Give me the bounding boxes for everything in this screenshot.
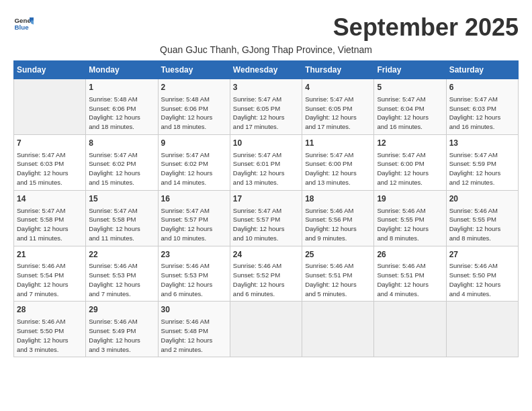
day-number: 11	[305, 138, 371, 149]
calendar-cell	[14, 79, 86, 135]
calendar-cell: 8Sunrise: 5:47 AM Sunset: 6:02 PM Daylig…	[86, 134, 158, 190]
calendar-cell	[302, 302, 374, 357]
day-number: 12	[377, 138, 443, 149]
calendar-cell: 16Sunrise: 5:47 AM Sunset: 5:57 PM Dayli…	[158, 190, 230, 246]
day-number: 1	[89, 82, 154, 93]
day-info: Sunrise: 5:47 AM Sunset: 6:05 PM Dayligh…	[233, 95, 299, 132]
calendar-cell	[446, 302, 518, 357]
logo: General Blue	[13, 13, 34, 34]
day-number: 14	[17, 193, 83, 205]
subtitle: Quan GJuc Thanh, GJong Thap Province, Vi…	[13, 44, 519, 55]
week-row-5: 28Sunrise: 5:46 AM Sunset: 5:50 PM Dayli…	[14, 302, 519, 357]
page-header: General Blue September 2025	[13, 13, 519, 42]
svg-marker-3	[31, 21, 34, 25]
day-info: Sunrise: 5:46 AM Sunset: 5:49 PM Dayligh…	[89, 317, 154, 354]
week-row-3: 14Sunrise: 5:47 AM Sunset: 5:58 PM Dayli…	[14, 190, 519, 246]
calendar-cell: 23Sunrise: 5:46 AM Sunset: 5:53 PM Dayli…	[158, 246, 230, 302]
day-info: Sunrise: 5:47 AM Sunset: 5:58 PM Dayligh…	[89, 206, 154, 243]
weekday-header-wednesday: Wednesday	[230, 61, 302, 79]
weekday-header-monday: Monday	[86, 61, 158, 79]
day-number: 20	[449, 193, 515, 205]
calendar-table: SundayMondayTuesdayWednesdayThursdayFrid…	[13, 60, 519, 357]
day-number: 22	[89, 249, 154, 261]
calendar-cell: 2Sunrise: 5:48 AM Sunset: 6:06 PM Daylig…	[158, 79, 230, 135]
week-row-4: 21Sunrise: 5:46 AM Sunset: 5:54 PM Dayli…	[14, 246, 519, 302]
day-number: 17	[233, 193, 299, 205]
week-row-2: 7Sunrise: 5:47 AM Sunset: 6:03 PM Daylig…	[14, 134, 519, 190]
calendar-cell	[230, 302, 302, 357]
day-info: Sunrise: 5:48 AM Sunset: 6:06 PM Dayligh…	[89, 95, 154, 132]
day-number: 4	[305, 82, 371, 93]
day-info: Sunrise: 5:46 AM Sunset: 5:48 PM Dayligh…	[161, 317, 227, 354]
calendar-cell: 6Sunrise: 5:47 AM Sunset: 6:03 PM Daylig…	[446, 79, 518, 135]
day-info: Sunrise: 5:47 AM Sunset: 5:57 PM Dayligh…	[161, 206, 227, 243]
day-info: Sunrise: 5:46 AM Sunset: 5:54 PM Dayligh…	[17, 261, 83, 298]
day-info: Sunrise: 5:48 AM Sunset: 6:06 PM Dayligh…	[161, 95, 227, 132]
calendar-cell: 19Sunrise: 5:46 AM Sunset: 5:55 PM Dayli…	[374, 190, 446, 246]
day-info: Sunrise: 5:47 AM Sunset: 5:59 PM Dayligh…	[449, 150, 515, 187]
day-number: 24	[233, 249, 299, 261]
calendar-cell: 11Sunrise: 5:47 AM Sunset: 6:00 PM Dayli…	[302, 134, 374, 190]
day-number: 2	[161, 82, 227, 93]
day-number: 9	[161, 138, 227, 149]
weekday-header-sunday: Sunday	[14, 61, 86, 79]
weekday-header-saturday: Saturday	[446, 61, 518, 79]
day-number: 13	[449, 138, 515, 149]
day-info: Sunrise: 5:47 AM Sunset: 6:03 PM Dayligh…	[449, 95, 515, 132]
weekday-header-tuesday: Tuesday	[158, 61, 230, 79]
day-info: Sunrise: 5:46 AM Sunset: 5:55 PM Dayligh…	[377, 206, 443, 243]
calendar-cell: 17Sunrise: 5:47 AM Sunset: 5:57 PM Dayli…	[230, 190, 302, 246]
day-info: Sunrise: 5:47 AM Sunset: 6:05 PM Dayligh…	[305, 95, 371, 132]
calendar-cell: 9Sunrise: 5:47 AM Sunset: 6:02 PM Daylig…	[158, 134, 230, 190]
day-number: 23	[161, 249, 227, 261]
weekday-header-friday: Friday	[374, 61, 446, 79]
day-number: 28	[17, 304, 83, 316]
day-info: Sunrise: 5:46 AM Sunset: 5:50 PM Dayligh…	[449, 261, 515, 298]
day-number: 15	[89, 193, 154, 205]
calendar-cell: 18Sunrise: 5:46 AM Sunset: 5:56 PM Dayli…	[302, 190, 374, 246]
calendar-cell: 4Sunrise: 5:47 AM Sunset: 6:05 PM Daylig…	[302, 79, 374, 135]
calendar-cell: 28Sunrise: 5:46 AM Sunset: 5:50 PM Dayli…	[14, 302, 86, 357]
logo-icon: General Blue	[13, 13, 34, 34]
calendar-cell: 14Sunrise: 5:47 AM Sunset: 5:58 PM Dayli…	[14, 190, 86, 246]
day-info: Sunrise: 5:47 AM Sunset: 6:03 PM Dayligh…	[17, 150, 83, 187]
day-info: Sunrise: 5:47 AM Sunset: 6:00 PM Dayligh…	[377, 150, 443, 187]
day-number: 21	[17, 249, 83, 261]
day-number: 8	[89, 138, 154, 149]
calendar-cell	[374, 302, 446, 357]
day-number: 25	[305, 249, 371, 261]
day-number: 7	[17, 138, 83, 149]
day-number: 27	[449, 249, 515, 261]
calendar-cell: 3Sunrise: 5:47 AM Sunset: 6:05 PM Daylig…	[230, 79, 302, 135]
day-info: Sunrise: 5:46 AM Sunset: 5:51 PM Dayligh…	[305, 261, 371, 298]
calendar-cell: 24Sunrise: 5:46 AM Sunset: 5:52 PM Dayli…	[230, 246, 302, 302]
calendar-cell: 13Sunrise: 5:47 AM Sunset: 5:59 PM Dayli…	[446, 134, 518, 190]
day-number: 10	[233, 138, 299, 149]
calendar-cell: 29Sunrise: 5:46 AM Sunset: 5:49 PM Dayli…	[86, 302, 158, 357]
calendar-cell: 15Sunrise: 5:47 AM Sunset: 5:58 PM Dayli…	[86, 190, 158, 246]
calendar-cell: 26Sunrise: 5:46 AM Sunset: 5:51 PM Dayli…	[374, 246, 446, 302]
weekday-header-thursday: Thursday	[302, 61, 374, 79]
day-number: 29	[89, 304, 154, 316]
day-info: Sunrise: 5:47 AM Sunset: 6:04 PM Dayligh…	[377, 95, 443, 132]
calendar-cell: 10Sunrise: 5:47 AM Sunset: 6:01 PM Dayli…	[230, 134, 302, 190]
svg-text:Blue: Blue	[15, 24, 30, 31]
calendar-cell: 25Sunrise: 5:46 AM Sunset: 5:51 PM Dayli…	[302, 246, 374, 302]
day-number: 30	[161, 304, 227, 316]
day-info: Sunrise: 5:46 AM Sunset: 5:52 PM Dayligh…	[233, 261, 299, 298]
day-number: 16	[161, 193, 227, 205]
calendar-cell: 1Sunrise: 5:48 AM Sunset: 6:06 PM Daylig…	[86, 79, 158, 135]
day-number: 26	[377, 249, 443, 261]
day-info: Sunrise: 5:46 AM Sunset: 5:55 PM Dayligh…	[449, 206, 515, 243]
day-info: Sunrise: 5:46 AM Sunset: 5:50 PM Dayligh…	[17, 317, 83, 354]
day-info: Sunrise: 5:47 AM Sunset: 6:02 PM Dayligh…	[161, 150, 227, 187]
calendar-cell: 22Sunrise: 5:46 AM Sunset: 5:53 PM Dayli…	[86, 246, 158, 302]
day-number: 5	[377, 82, 443, 93]
calendar-cell: 21Sunrise: 5:46 AM Sunset: 5:54 PM Dayli…	[14, 246, 86, 302]
calendar-cell: 5Sunrise: 5:47 AM Sunset: 6:04 PM Daylig…	[374, 79, 446, 135]
day-number: 3	[233, 82, 299, 93]
day-info: Sunrise: 5:46 AM Sunset: 5:53 PM Dayligh…	[161, 261, 227, 298]
day-number: 6	[449, 82, 515, 93]
day-number: 18	[305, 193, 371, 205]
calendar-cell: 7Sunrise: 5:47 AM Sunset: 6:03 PM Daylig…	[14, 134, 86, 190]
